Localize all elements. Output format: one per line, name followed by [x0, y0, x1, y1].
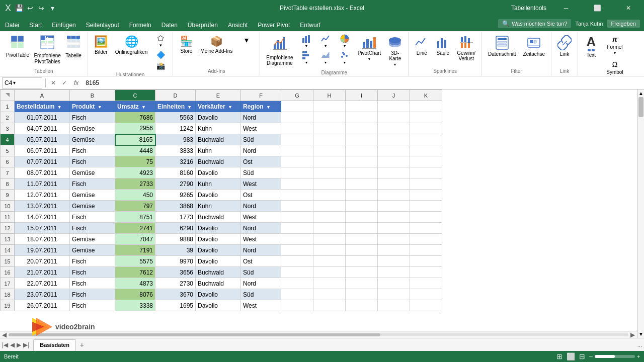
cell-verkaeufer[interactable]: Kuhn — [196, 201, 241, 212]
pivotchart-button[interactable]: PivotChart ▾ — [355, 33, 384, 63]
cell-region[interactable]: West — [241, 212, 281, 223]
cell-produkt[interactable]: Fisch — [70, 156, 115, 167]
col-bestelldatum-filter[interactable]: ▼ — [57, 105, 62, 110]
cell-verkaeufer[interactable]: Davolio — [196, 256, 241, 267]
cell-k[interactable] — [410, 123, 442, 134]
cell-einheiten[interactable]: 983 — [155, 134, 196, 145]
cell-j[interactable] — [378, 167, 410, 178]
cell-umsatz[interactable]: 8165 — [115, 134, 155, 145]
cell-umsatz[interactable]: 8076 — [115, 289, 155, 300]
cell-einheiten[interactable]: 5563 — [155, 112, 196, 123]
tab-ueberpruefen[interactable]: Überprüfen — [183, 19, 223, 31]
cell-g[interactable] — [281, 112, 313, 123]
cell-k[interactable] — [410, 278, 442, 289]
cell-k[interactable] — [410, 145, 442, 156]
cell-bestelldatum[interactable]: 11.07.2011 — [15, 178, 70, 190]
linie-button[interactable]: ▾ — [316, 33, 335, 49]
cell-h[interactable] — [313, 223, 346, 234]
cell-j[interactable] — [378, 112, 410, 123]
cell-verkaeufer[interactable]: Davolio — [196, 223, 241, 234]
smartart-button[interactable]: 🔷 — [151, 50, 170, 60]
cell-h[interactable] — [313, 267, 346, 278]
vertical-scrollbar[interactable]: ▲ ▼ — [637, 89, 644, 338]
cell-g[interactable] — [281, 267, 313, 278]
cell-verkaeufer[interactable]: Kuhn — [196, 145, 241, 156]
tab-einfuegen[interactable]: Einfügen — [47, 19, 80, 31]
last-sheet-btn[interactable]: ▶| — [23, 341, 29, 348]
cell-umsatz[interactable]: 5575 — [115, 256, 155, 267]
cell-h[interactable] — [313, 145, 346, 156]
vscroll-track[interactable] — [637, 97, 644, 330]
cell-produkt[interactable]: Gemüse — [70, 134, 115, 145]
pivottable-button[interactable]: PivotTable — [3, 33, 32, 60]
spreadsheet-scroll-area[interactable]: A B C D E F G H I J K — [0, 89, 637, 331]
cell-k[interactable] — [410, 178, 442, 190]
cell-g[interactable] — [281, 156, 313, 167]
tab-seitenlayout[interactable]: Seitenlayout — [81, 19, 124, 31]
horizontal-scrollbar[interactable]: ◀ ▶ — [0, 331, 637, 338]
balken-button[interactable]: ▾ — [297, 50, 315, 66]
vscroll-thumb[interactable] — [638, 97, 643, 117]
screenshot-button[interactable]: 📸 — [151, 61, 170, 71]
first-sheet-btn[interactable]: |◀ — [2, 341, 8, 348]
cell-umsatz[interactable]: 7612 — [115, 267, 155, 278]
cell-verkaeufer[interactable]: Davolio — [196, 112, 241, 123]
scrollbar-track[interactable] — [9, 333, 628, 336]
cell-einheiten[interactable]: 3216 — [155, 156, 196, 167]
add-sheet-button[interactable]: + — [77, 340, 87, 350]
cell-k[interactable] — [410, 267, 442, 278]
cell-g[interactable] — [281, 134, 313, 145]
empfohlene-diagramme-button[interactable]: EmpfohleneDiagramme — [263, 33, 296, 68]
cell-j[interactable] — [378, 223, 410, 234]
zeitachse-button[interactable]: Zeitachse — [520, 33, 548, 59]
cell-i[interactable] — [346, 223, 378, 234]
cell-i[interactable] — [346, 256, 378, 267]
cell-g[interactable] — [281, 300, 313, 311]
col-header-d[interactable]: D — [155, 90, 196, 101]
cell-region[interactable]: Süd — [241, 267, 281, 278]
cell-einheiten[interactable]: 1773 — [155, 212, 196, 223]
cell-umsatz[interactable]: 4448 — [115, 145, 155, 156]
col-header-b[interactable]: B — [70, 90, 115, 101]
cell-bestelldatum[interactable]: 05.07.2011 — [15, 134, 70, 145]
cell-k[interactable] — [410, 190, 442, 201]
col-header-k[interactable]: K — [410, 90, 442, 101]
cell-bestelldatum[interactable]: 15.07.2011 — [15, 223, 70, 234]
cell-bestelldatum[interactable]: 22.07.2011 — [15, 278, 70, 289]
cell-i[interactable] — [346, 190, 378, 201]
cell-g[interactable] — [281, 178, 313, 190]
quick-access-undo[interactable]: ↩ — [26, 4, 34, 12]
zoom-slider[interactable] — [595, 355, 635, 358]
cell-h[interactable] — [313, 112, 346, 123]
tab-powerpivot[interactable]: Power Pivot — [253, 19, 295, 31]
cell-einheiten[interactable]: 2790 — [155, 178, 196, 190]
minimize-button[interactable]: ─ — [554, 0, 578, 16]
cell-produkt[interactable]: Fisch — [70, 112, 115, 123]
cell-einheiten[interactable]: 8160 — [155, 167, 196, 178]
flaeche-button[interactable]: ▾ — [316, 50, 335, 66]
cell-g[interactable] — [281, 245, 313, 256]
gewinn-sparkline-button[interactable]: Gewinn/Verlust — [454, 33, 478, 63]
formula-cancel-button[interactable]: ✕ — [49, 79, 58, 86]
cell-region[interactable]: West — [241, 300, 281, 311]
cell-g[interactable] — [281, 123, 313, 134]
cell-j[interactable] — [378, 178, 410, 190]
cell-j[interactable] — [378, 256, 410, 267]
cell-bestelldatum[interactable]: 26.07.2011 — [15, 300, 70, 311]
kreis-button[interactable]: ▾ — [336, 33, 354, 49]
cell-produkt[interactable]: Fisch — [70, 289, 115, 300]
cell-region[interactable]: Nord — [241, 112, 281, 123]
cell-i[interactable] — [346, 178, 378, 190]
cell-region[interactable]: Süd — [241, 134, 281, 145]
cell-region[interactable]: Nord — [241, 201, 281, 212]
cell-i[interactable] — [346, 123, 378, 134]
cell-umsatz[interactable]: 3338 — [115, 300, 155, 311]
col-header-i[interactable]: I — [346, 90, 378, 101]
cell-g[interactable] — [281, 223, 313, 234]
cell-h[interactable] — [313, 289, 346, 300]
cell-bestelldatum[interactable]: 07.07.2011 — [15, 156, 70, 167]
cell-k[interactable] — [410, 300, 442, 311]
quick-access-save[interactable]: 💾 — [15, 4, 23, 12]
cell-h[interactable] — [313, 178, 346, 190]
cell-g[interactable] — [281, 289, 313, 300]
